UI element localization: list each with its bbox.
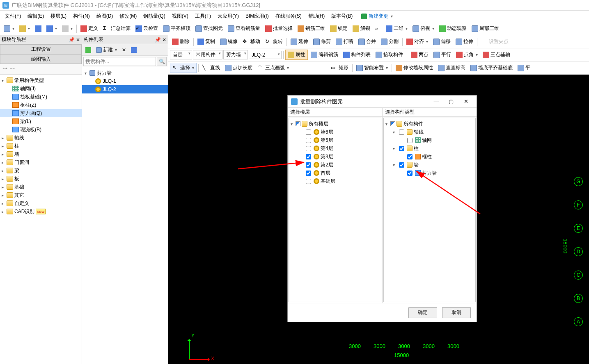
split-button[interactable]: 分割 [379,37,401,46]
floor-4[interactable]: 第4层 [291,144,379,152]
delete-comp-button[interactable]: ✕ [120,46,128,54]
checkbox[interactable] [407,138,413,143]
flat-top-button[interactable]: 平齐板顶 [161,24,193,33]
stretch-button[interactable]: 拉伸 [454,37,475,46]
pt-angle-button[interactable]: 点角▾ [454,50,480,59]
search-input[interactable] [83,57,156,66]
drawing-canvas[interactable]: G F E D C B A 18000 3000 3000 3000 3000 … [168,75,589,364]
checkbox[interactable] [306,162,311,168]
line-button[interactable]: ╲直线 [200,63,222,73]
select-button[interactable]: ↖选择▾ [170,63,197,73]
tree-column[interactable]: ▸柱 [0,142,82,150]
check-elev-button[interactable]: 查查标高 [436,63,468,73]
define-button[interactable]: 定义 [78,24,100,33]
pin-icon[interactable]: 📌 ✕ [155,37,166,43]
comp-jlq-1[interactable]: JLQ-1 [82,77,168,85]
edit-wall-attr-button[interactable]: 修改墙段属性 [394,63,435,73]
three-pt-axis-button[interactable]: 三点辅轴 [481,50,512,59]
tree-slab-cat[interactable]: ▸板 [0,175,82,183]
smart-layout-button[interactable]: 智能布置▾ [354,63,390,73]
floor-3[interactable]: 第3层 [291,152,379,161]
comp-all[interactable]: ▾所有构件 [385,120,474,128]
two-point-button[interactable]: 两点 [409,50,431,59]
trim-button[interactable]: 修剪 [311,37,333,46]
comp-shearwall[interactable]: 剪力墙 [385,169,474,177]
local-3d-button[interactable]: 局部三维 [470,24,501,33]
tree-foundation[interactable]: ▸基础 [0,183,82,191]
merge-button[interactable]: 合并 [356,37,378,46]
checkbox[interactable] [399,130,404,135]
extend-button[interactable]: 延伸 [289,37,310,46]
checkbox[interactable] [306,146,311,151]
flush-button[interactable]: 平 [516,63,532,73]
menu-help[interactable]: 帮助(H) [305,11,328,21]
menu-rebar[interactable]: 钢筋量(Q) [140,11,168,21]
unlock-button[interactable]: 解锁 [351,24,372,33]
comp-column[interactable]: ▾柱 [385,144,474,152]
dialog-titlebar[interactable]: 批量删除构件图元 — ▢ ✕ [288,96,477,108]
checkbox[interactable] [399,162,404,168]
comp-list-button[interactable]: 构件列表 [341,50,373,59]
menu-online[interactable]: 在线服务(S) [272,11,305,21]
dynamic-obs-button[interactable]: 动态观察 [437,24,469,33]
comp-wall[interactable]: ▾墙 [385,161,474,169]
floor-6[interactable]: 第6层 [291,128,379,136]
top-view-button[interactable]: 俯视▾ [410,24,436,33]
comp-root-shearwall[interactable]: ▾剪力墙 [82,69,168,77]
rotate-button[interactable]: ↻旋转 [263,37,285,46]
tree-raft-foundation[interactable]: 筏板基础(M) [0,93,82,101]
wall-base-flush-button[interactable]: 墙底平齐基础底 [468,63,515,73]
arc3-button[interactable]: ⌒三点画弧▾ [255,63,328,73]
lock-button[interactable]: 锁定 [328,24,350,33]
checkbox[interactable] [306,130,311,135]
category-dropdown[interactable]: 常用构件 [193,50,222,59]
floor-basement[interactable]: 基础层 [291,177,379,185]
checkbox-tristate[interactable] [296,121,300,126]
move-button[interactable]: ✥移动 [241,37,262,46]
floor-1[interactable]: 首层 [291,169,379,177]
floor-all[interactable]: ▾所有楼层 [291,120,379,128]
comp-jlq-2[interactable]: JLQ-2 [82,85,168,93]
tree-other[interactable]: ▸其它 [0,191,82,199]
type-dropdown[interactable]: 剪力墙 [223,50,248,59]
menu-cloud[interactable]: 云应用(Y) [214,11,242,21]
menu-view[interactable]: 视图(V) [169,11,192,21]
pt-len-button[interactable]: 点加长度 [223,63,254,73]
checkbox[interactable] [306,171,311,176]
tab-project-settings[interactable]: 工程设置 [0,44,82,54]
edit-rebar-button[interactable]: 编辑钢筋 [309,50,340,59]
maximize-button[interactable]: ▢ [444,97,458,107]
tree-beam[interactable]: 梁(L) [0,117,82,125]
menu-component[interactable]: 构件(N) [70,11,93,21]
tree-axis-grid[interactable]: 轴网(J) [0,84,82,93]
menu-edit[interactable]: 编辑(E) [24,11,47,21]
checkbox[interactable] [306,179,311,184]
parallel-button[interactable]: 平行 [431,50,453,59]
mirror-button[interactable]: 镜像 [218,37,240,46]
pin-icon[interactable]: 📌 ✕ [69,37,80,43]
tree-custom[interactable]: ▸自定义 [0,199,82,207]
find-elem-button[interactable]: 查找图元 [193,24,225,33]
tree-common-types[interactable]: ▾常用构件类型 [0,76,82,84]
view-2d-button[interactable]: 二维▾ [384,24,410,33]
tree-frame-column[interactable]: 框柱(Z) [0,101,82,109]
batch-select-button[interactable]: 批量选择 [263,24,295,33]
set-grip-button[interactable]: 设置夹点 [479,37,511,46]
tree-door-window[interactable]: ▸门窗洞 [0,158,82,166]
menu-bim[interactable]: BIM应用(I) [242,11,272,21]
checkbox[interactable] [306,138,311,143]
new-component-button[interactable]: 新建▾ [94,46,119,54]
sum-calc-button[interactable]: Σ汇总计算 [101,24,133,33]
comp-axisline[interactable]: ▾轴线 [385,128,474,136]
floor-dropdown[interactable]: 首层 [170,50,192,59]
minimize-button[interactable]: — [429,97,444,107]
menu-draw[interactable]: 绘图(D) [93,11,117,21]
comp-axisgrid[interactable]: 轴网 [385,136,474,144]
refresh-button[interactable] [84,46,93,54]
align-button[interactable]: 对齐▾ [404,37,430,46]
copy-comp-button[interactable] [129,46,138,54]
component-dropdown[interactable]: JLQ-2 [249,51,282,59]
delete-button[interactable]: 删除 [170,37,192,46]
tree-cast-slab[interactable]: 现浇板(B) [0,125,82,134]
cloud-check-button[interactable]: ✓云检查 [133,24,160,33]
